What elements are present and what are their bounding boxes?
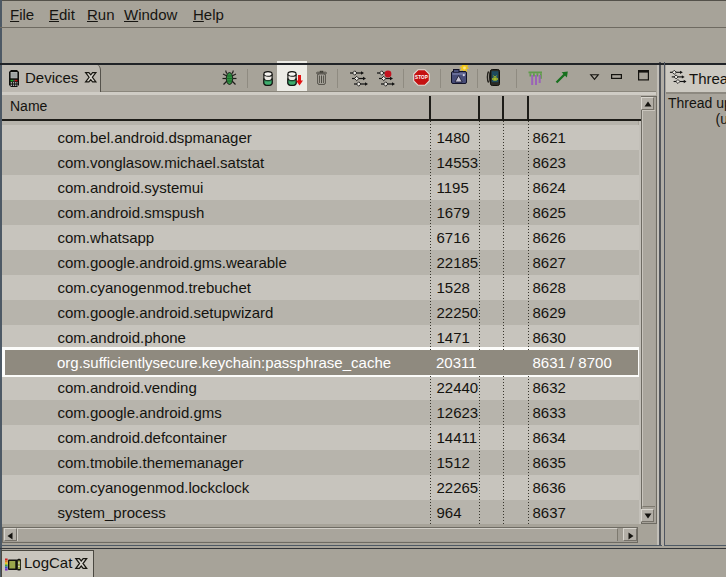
svg-text:STOP: STOP [415,75,428,80]
